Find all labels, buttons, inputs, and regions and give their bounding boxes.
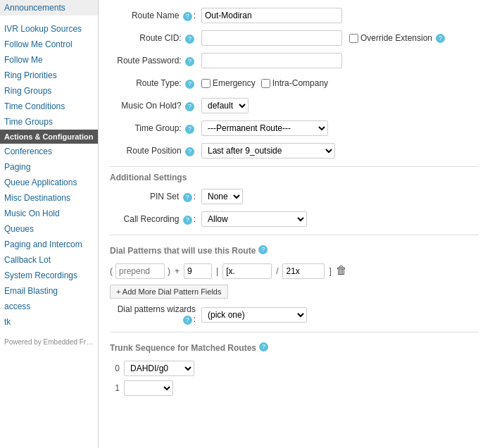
pin-set-row: PIN Set ?: None: [110, 188, 479, 205]
sidebar-powered-by: Powered by Embedded FreePBX® ?: [0, 335, 98, 350]
trunk-0-select[interactable]: DAHDI/g0: [124, 361, 194, 376]
music-on-hold-label: Music On Hold? ?: [110, 101, 201, 111]
route-password-row: Route Password: ?: [110, 52, 479, 69]
music-on-hold-help-icon[interactable]: ?: [185, 102, 194, 111]
dial-wizards-help-icon[interactable]: ?: [183, 316, 192, 325]
sidebar-item-time-groups[interactable]: Time Groups: [0, 114, 98, 130]
route-position-select[interactable]: Last after 9_outside: [201, 143, 335, 158]
route-cid-row: Route CID: ? Override Extension ?: [110, 30, 479, 46]
sidebar-item-empty1: [0, 15, 98, 21]
additional-settings-divider: [110, 166, 479, 167]
main-content: Route Name ?: Route CID: ? Override Exte…: [99, 0, 490, 448]
dial-wizards-label: Dial patterns wizards ?:: [110, 304, 201, 325]
match-input[interactable]: [222, 263, 272, 279]
route-name-label: Route Name ?:: [110, 11, 201, 21]
route-position-row: Route Position ? Last after 9_outside: [110, 142, 479, 159]
sidebar-item-queues[interactable]: Queues: [0, 221, 98, 237]
time-group-help-icon[interactable]: ?: [185, 125, 194, 134]
sidebar: Announcements IVR Lookup Sources Follow …: [0, 0, 99, 448]
call-recording-row: Call Recording ?: Allow Deny On Demand D…: [110, 211, 479, 228]
route-type-row: Route Type: ? Emergency Intra-Company: [110, 75, 479, 92]
delete-dial-pattern-icon[interactable]: 🗑: [336, 264, 350, 278]
sidebar-item-music-on-hold[interactable]: Music On Hold: [0, 206, 98, 221]
call-recording-select[interactable]: Allow Deny On Demand Don't Care Never: [201, 211, 307, 227]
route-type-label: Route Type: ?: [110, 78, 201, 89]
route-cid-help-icon[interactable]: ?: [185, 35, 194, 44]
time-group-select[interactable]: ---Permanent Route---: [201, 120, 328, 136]
trunk-1-row: 1: [110, 380, 479, 396]
pin-set-help-icon[interactable]: ?: [183, 193, 192, 202]
callerid-input[interactable]: [282, 263, 325, 279]
trunk-0-row: 0 DAHDI/g0: [110, 361, 479, 376]
route-type-checkboxes: Emergency Intra-Company: [201, 78, 328, 88]
dial-wizards-select[interactable]: (pick one): [201, 307, 307, 323]
sidebar-item-lookup-sources[interactable]: IVR Lookup Sources: [0, 21, 98, 37]
route-name-input[interactable]: [201, 8, 342, 23]
dial-pattern-row: ( ) + | / ] 🗑: [110, 263, 479, 279]
route-password-label: Route Password: ?: [110, 56, 201, 66]
dial-pattern-plus: +: [175, 266, 180, 276]
time-group-row: Time Group: ? ---Permanent Route---: [110, 120, 479, 137]
music-on-hold-row: Music On Hold? ? default: [110, 97, 479, 114]
trunk-sequence-header-row: Trunk Sequence for Matched Routes ?: [110, 338, 479, 355]
sidebar-item-follow-me[interactable]: Follow Me: [0, 52, 98, 68]
emergency-checkbox[interactable]: [201, 79, 211, 88]
route-type-help-icon[interactable]: ?: [185, 80, 194, 89]
dial-pattern-close-paren: ): [168, 266, 170, 276]
override-extension-checkbox[interactable]: [349, 34, 358, 43]
sidebar-item-access[interactable]: access: [0, 299, 98, 314]
sidebar-item-follow-me-control[interactable]: Follow Me Control: [0, 37, 98, 52]
sidebar-item-ring-priorities[interactable]: Ring Priorities: [0, 68, 98, 83]
emergency-label: Emergency: [201, 78, 256, 88]
route-name-help-icon[interactable]: ?: [183, 12, 192, 21]
prepend-input[interactable]: [115, 263, 165, 279]
route-position-label: Route Position ?: [110, 146, 201, 156]
intra-company-label: Intra-Company: [261, 78, 328, 88]
route-password-help-icon[interactable]: ?: [185, 57, 194, 66]
dial-pattern-slash: /: [276, 266, 278, 276]
sidebar-item-callback-lot[interactable]: Callback Lot: [0, 252, 98, 268]
override-extension-label: Override Extension ?: [349, 33, 446, 43]
route-cid-label: Route CID: ?: [110, 33, 201, 44]
sidebar-item-time-conditions[interactable]: Time Conditions: [0, 99, 98, 114]
sidebar-item-email-blasting[interactable]: Email Blasting: [0, 283, 98, 299]
intra-company-checkbox[interactable]: [261, 79, 270, 88]
trunk-0-index: 0: [110, 363, 120, 373]
route-position-help-icon[interactable]: ?: [185, 147, 194, 156]
trunk-sequence-title: Trunk Sequence for Matched Routes: [110, 343, 256, 353]
sidebar-item-paging[interactable]: Paging: [0, 159, 98, 175]
route-name-row: Route Name ?:: [110, 7, 479, 24]
route-password-input[interactable]: [201, 53, 342, 68]
dial-pattern-open-paren: (: [110, 266, 113, 276]
music-on-hold-select[interactable]: default: [201, 98, 249, 113]
sidebar-item-conferences[interactable]: Conferences: [0, 144, 98, 159]
trunk-1-index: 1: [110, 383, 120, 393]
dial-patterns-help-icon[interactable]: ?: [258, 245, 268, 254]
sidebar-section-actions: Actions & Configuration: [0, 130, 98, 144]
trunk-1-select[interactable]: [124, 380, 173, 396]
prefix-input[interactable]: [184, 263, 212, 279]
sidebar-item-tk[interactable]: tk: [0, 314, 98, 330]
time-group-label: Time Group: ?: [110, 123, 201, 134]
sidebar-item-announcements[interactable]: Announcements: [0, 0, 98, 15]
add-more-button-wrapper: + Add More Dial Pattern Fields: [110, 285, 479, 304]
dial-patterns-divider: [110, 235, 479, 235]
dial-pattern-close-bracket: ]: [329, 266, 331, 276]
pin-set-select[interactable]: None: [201, 189, 243, 204]
dial-pattern-pipe: |: [216, 266, 218, 276]
route-cid-input[interactable]: [201, 30, 342, 46]
sidebar-item-misc-destinations[interactable]: Misc Destinations: [0, 190, 98, 206]
pin-set-label: PIN Set ?:: [110, 192, 201, 202]
sidebar-item-queue-applications[interactable]: Queue Applications: [0, 175, 98, 190]
override-extension-help-icon[interactable]: ?: [436, 34, 445, 43]
trunk-sequence-help-icon[interactable]: ?: [259, 342, 268, 351]
sidebar-item-system-recordings[interactable]: System Recordings: [0, 268, 98, 283]
sidebar-item-paging-intercom[interactable]: Paging and Intercom: [0, 237, 98, 252]
add-more-dial-pattern-button[interactable]: + Add More Dial Pattern Fields: [110, 285, 228, 299]
call-recording-label: Call Recording ?:: [110, 214, 201, 225]
additional-settings-title: Additional Settings: [110, 173, 479, 182]
sidebar-item-ring-groups[interactable]: Ring Groups: [0, 83, 98, 99]
call-recording-help-icon[interactable]: ?: [183, 216, 192, 225]
dial-wizards-row: Dial patterns wizards ?: (pick one): [110, 304, 479, 325]
trunk-sequence-divider: [110, 332, 479, 332]
